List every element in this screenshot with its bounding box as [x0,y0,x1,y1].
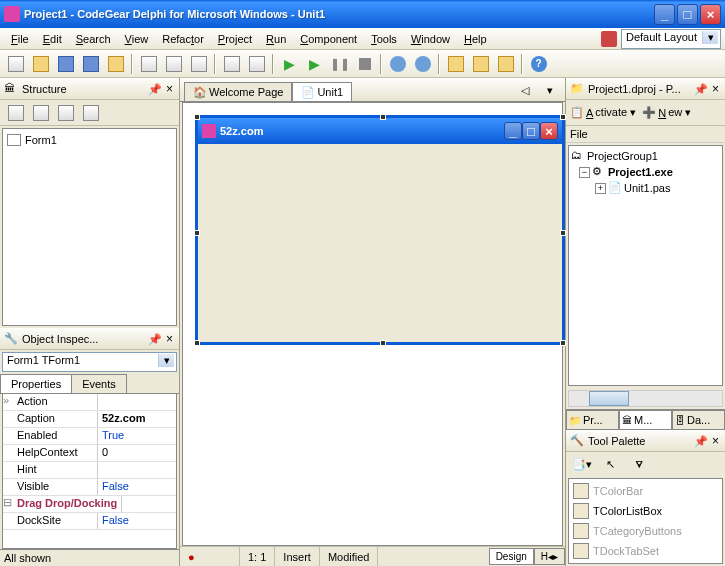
maximize-button[interactable]: □ [677,4,698,25]
nav-menu[interactable]: ▾ [538,79,561,101]
tb-file2[interactable] [162,53,185,75]
nav-prev[interactable]: ◁ [513,79,536,101]
prop-val[interactable]: False [98,479,176,495]
panel-close[interactable]: × [164,332,175,346]
resize-handle[interactable] [194,340,200,346]
design-form[interactable]: 52z.com _ □ × [195,115,565,345]
menu-search[interactable]: Search [69,31,118,47]
tb-stop[interactable] [353,53,376,75]
prop-name[interactable]: Hint [13,462,98,478]
pin-icon[interactable]: 📌 [148,333,160,345]
tb-step[interactable] [411,53,434,75]
pal-cat[interactable]: 📑▾ [570,453,593,475]
tb-cfg3[interactable] [494,53,517,75]
resize-handle[interactable] [560,114,566,120]
tb-run[interactable]: ▶ [278,53,301,75]
panel-close[interactable]: × [164,82,175,96]
project-tree[interactable]: 🗂ProjectGroup1 −⚙Project1.exe +📄Unit1.pa… [568,145,723,386]
tb-cfg1[interactable] [444,53,467,75]
prop-val[interactable] [98,394,176,410]
tb-openproj[interactable] [104,53,127,75]
tb-run2[interactable]: ▶ [303,53,326,75]
tree-item-group[interactable]: 🗂ProjectGroup1 [571,148,720,164]
struct-btn2[interactable] [29,102,52,124]
tab-events[interactable]: Events [71,374,127,393]
resize-handle[interactable] [560,230,566,236]
file-column-header[interactable]: File [566,126,725,143]
tb-saveall[interactable] [79,53,102,75]
menu-view[interactable]: View [118,31,156,47]
prop-name[interactable]: DockSite [13,513,98,529]
palette-item[interactable]: TCategoryButtons [571,521,720,541]
structure-tree[interactable]: Form1 [2,128,177,326]
struct-btn3[interactable] [54,102,77,124]
scroll-thumb[interactable] [589,391,629,406]
expand-icon[interactable]: » [3,394,13,410]
prop-val[interactable]: 0 [98,445,176,461]
struct-btn4[interactable] [79,102,102,124]
palette-item[interactable]: TColorListBox [571,501,720,521]
tb-doc1[interactable] [220,53,243,75]
menu-project[interactable]: Project [211,31,259,47]
resize-handle[interactable] [380,340,386,346]
palette-list[interactable]: TColorBar TColorListBox TCategoryButtons… [568,478,723,564]
menu-help[interactable]: Help [457,31,494,47]
tab-properties[interactable]: Properties [0,374,72,393]
btab-data[interactable]: 🗄Da... [672,410,725,430]
tb-help[interactable]: ? [527,53,550,75]
tb-new[interactable] [4,53,27,75]
layout-combo[interactable]: Default Layout [621,29,721,49]
prop-category[interactable]: Drag Drop/Docking [13,496,122,512]
tab-welcome[interactable]: 🏠Welcome Page [184,82,292,101]
tb-file1[interactable] [137,53,160,75]
form-max[interactable]: □ [522,122,540,140]
palette-item[interactable]: TColorBar [571,481,720,501]
tree-item-form[interactable]: Form1 [7,133,172,147]
form-client[interactable] [198,144,562,342]
tb-pause[interactable]: ❚❚ [328,53,351,75]
prop-val[interactable]: 52z.com [98,411,176,427]
menu-tools[interactable]: Tools [364,31,404,47]
property-grid[interactable]: »Action Caption52z.com EnabledTrue HelpC… [2,394,177,549]
pin-icon[interactable]: 📌 [148,83,160,95]
collapse-icon[interactable]: − [579,167,590,178]
inspector-combo[interactable]: Form1 TForm1 [2,352,177,372]
resize-handle[interactable] [560,340,566,346]
tb-open[interactable] [29,53,52,75]
panel-close[interactable]: × [710,82,721,96]
tb-doc2[interactable] [245,53,268,75]
view-design[interactable]: Design [489,548,534,565]
prop-val[interactable]: True [98,428,176,444]
pal-pointer[interactable]: ↖ [599,453,622,475]
new-button[interactable]: ➕New ▾ [642,106,691,119]
tb-cfg2[interactable] [469,53,492,75]
tab-unit1[interactable]: 📄Unit1 [292,82,352,101]
struct-btn1[interactable] [4,102,27,124]
menu-component[interactable]: Component [293,31,364,47]
prop-name[interactable]: Enabled [13,428,98,444]
form-min[interactable]: _ [504,122,522,140]
btab-project[interactable]: 📁Pr... [566,410,619,430]
close-button[interactable]: × [700,4,721,25]
tb-trace[interactable] [386,53,409,75]
minimize-button[interactable]: _ [654,4,675,25]
tree-item-unit[interactable]: +📄Unit1.pas [571,180,720,196]
menu-window[interactable]: Window [404,31,457,47]
collapse-icon[interactable]: ⊟ [3,496,13,512]
horizontal-scrollbar[interactable] [568,390,723,407]
pin-icon[interactable]: 📌 [694,83,706,95]
palette-item[interactable]: TDockTabSet [571,541,720,561]
form-close[interactable]: × [540,122,558,140]
activate-button[interactable]: 📋Activate ▾ [570,106,636,119]
resize-handle[interactable] [380,114,386,120]
panel-close[interactable]: × [710,434,721,448]
menu-refactor[interactable]: Refactor [155,31,211,47]
expand-icon[interactable]: + [595,183,606,194]
tb-file3[interactable] [187,53,210,75]
resize-handle[interactable] [194,230,200,236]
resize-handle[interactable] [194,114,200,120]
prop-name[interactable]: Caption [13,411,98,427]
pin-icon[interactable]: 📌 [694,435,706,447]
tree-item-exe[interactable]: −⚙Project1.exe [571,164,720,180]
pal-filter[interactable]: ⛛ [628,453,651,475]
